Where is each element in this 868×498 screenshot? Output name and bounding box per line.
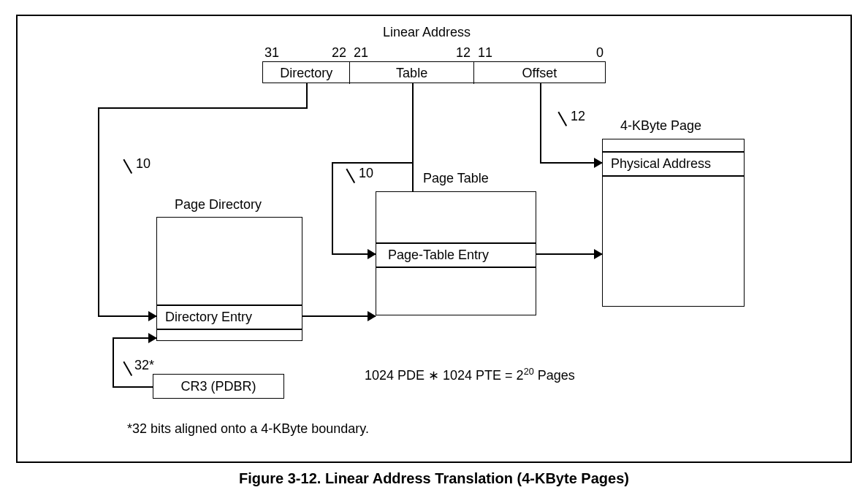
dir-line-h1 xyxy=(98,107,306,109)
cr3-width: 32* xyxy=(134,358,154,373)
off-arrow xyxy=(540,162,602,164)
diagram-canvas: Linear Address 31 22 21 12 11 0 Director… xyxy=(16,15,852,463)
off-width: 12 xyxy=(571,109,585,124)
pde-to-pt-arrow xyxy=(302,315,376,317)
figure-caption: Figure 3-12. Linear Address Translation … xyxy=(15,470,853,487)
formula-exp: 20 xyxy=(524,367,534,377)
tbl-arrow xyxy=(332,253,376,255)
off-line-v1 xyxy=(540,83,541,162)
bit-22: 22 xyxy=(332,45,346,61)
dir-tick xyxy=(123,159,132,174)
bit-12: 12 xyxy=(456,45,471,61)
tbl-line-v2 xyxy=(332,162,333,253)
cr3-line-h-bottom xyxy=(113,386,153,388)
formula-suffix: Pages xyxy=(534,368,575,383)
bit-21: 21 xyxy=(354,45,368,61)
dir-width: 10 xyxy=(136,156,151,172)
cr3-box: CR3 (PDBR) xyxy=(153,374,284,399)
cr3-tick xyxy=(123,361,132,376)
off-tick xyxy=(558,112,567,126)
tbl-width: 10 xyxy=(359,166,373,181)
cr3-label: CR3 (PDBR) xyxy=(180,379,256,394)
formula: 1024 PDE ∗ 1024 PTE = 220 Pages xyxy=(365,367,575,383)
page-entry: Physical Address xyxy=(611,156,711,172)
footnote: *32 bits aligned onto a 4-KByte boundary… xyxy=(127,421,369,437)
pte-to-page-arrow xyxy=(536,253,602,255)
tbl-tick xyxy=(346,169,355,183)
field-directory: Directory xyxy=(263,62,350,84)
bit-0: 0 xyxy=(596,45,604,61)
pd-title: Page Directory xyxy=(175,197,262,212)
pt-title: Page Table xyxy=(423,171,489,186)
page-title: 4-KByte Page xyxy=(620,118,701,134)
cr3-line-v xyxy=(113,337,114,386)
dir-line-v2 xyxy=(98,107,99,315)
dir-arrow xyxy=(98,315,156,317)
field-table: Table xyxy=(350,62,473,84)
linear-address-title: Linear Address xyxy=(383,25,471,40)
bit-11: 11 xyxy=(478,45,492,61)
bit-31: 31 xyxy=(264,45,279,61)
pt-entry: Page-Table Entry xyxy=(388,248,489,263)
linear-address-box: Directory Table Offset xyxy=(262,61,606,83)
cr3-arrow xyxy=(113,337,156,339)
dir-line-v1 xyxy=(306,83,308,109)
tbl-line-h1 xyxy=(332,162,412,164)
field-offset: Offset xyxy=(474,62,605,84)
formula-prefix: 1024 PDE ∗ 1024 PTE = 2 xyxy=(365,368,524,383)
pd-entry: Directory Entry xyxy=(165,310,252,325)
